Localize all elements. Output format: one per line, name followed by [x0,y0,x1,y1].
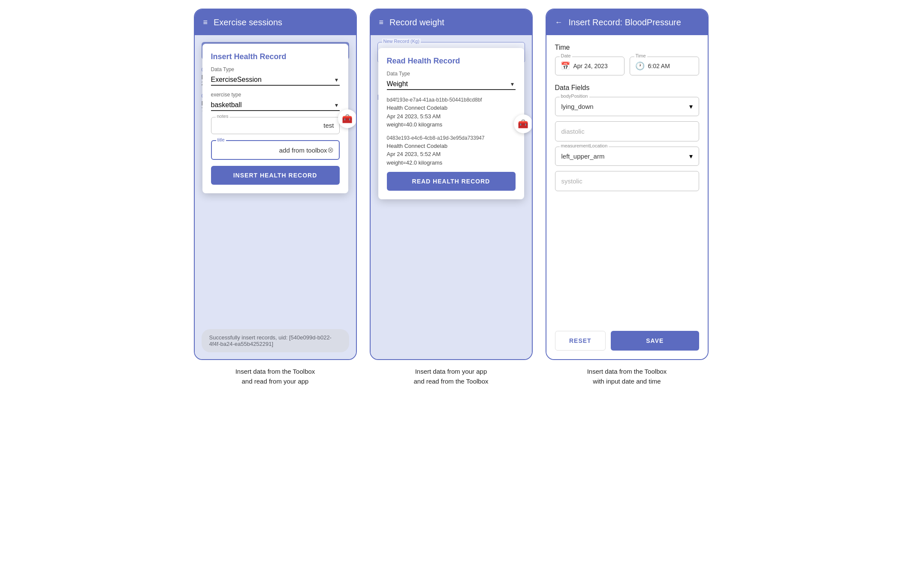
entry-id-2: 0483e193-e4c6-4cb8-a19d-3e95da733947 [387,134,516,142]
body-position-label: bodyPosition [560,93,589,99]
entry-date-2: Apr 24 2023, 5:52 AM [387,150,516,159]
back-icon[interactable]: ← [555,18,563,27]
toolbox-fab-2[interactable]: 🧰 [514,114,532,133]
dialog1-datatype-select-wrap[interactable]: ExerciseSession ▾ [211,74,340,86]
entry-id-1: bd4f193e-e7a4-41aa-b1bb-50441b8cd8bf [387,96,516,104]
screen1-dialog-overlay: Insert Health Record Data Type ExerciseS… [195,35,356,359]
date-label: Date [560,53,572,58]
dialog2-datatype-label: Data Type [387,71,516,77]
dialog1-title-wrap: title ⊗ [211,140,340,160]
dialog1-title: Insert Health Record [211,52,340,61]
dialog1-exercisetype-select[interactable]: basketball [211,99,340,110]
date-time-row: Date 📅 Apr 24, 2023 Time 🕐 6:02 AM [555,57,699,75]
screen2-frame: ≡ Record weight New Record (Kg) Add Prev… [370,9,533,360]
time-section-label: Time [555,44,699,51]
screen1-caption: Insert data from the Toolboxand read fro… [235,367,315,386]
chevron-down-icon-1: ▾ [335,76,338,83]
read-health-record-button[interactable]: READ HEALTH RECORD [387,172,516,191]
reset-button[interactable]: RESET [555,331,606,351]
diastolic-field[interactable]: diastolic [555,121,699,141]
dialog2-title: Read Health Record [387,57,516,66]
systolic-field[interactable]: systolic [555,171,699,191]
screen2-column: ≡ Record weight New Record (Kg) Add Prev… [370,9,533,386]
measurement-entry-1: bd4f193e-e7a4-41aa-b1bb-50441b8cd8bf Hea… [387,96,516,129]
screen1-frame: ≡ Exercise sessions Insert session 04:01… [194,9,357,360]
time-label: Time [634,53,647,58]
screen1-column: ≡ Exercise sessions Insert session 04:01… [194,9,357,386]
screen2-title: Record weight [389,18,444,27]
menu-icon-2[interactable]: ≡ [379,18,384,27]
chevron-down-icon-4: ▾ [689,102,693,111]
dialog1-title-label: title [216,137,226,142]
screen3-frame: ← Insert Record: BloodPressure Time Date… [546,9,709,360]
chevron-down-icon-3: ▾ [511,81,514,87]
calendar-icon: 📅 [561,61,570,71]
clock-icon: 🕐 [635,61,645,71]
measurement-location-field[interactable]: measurementLocation left_upper_arm ▾ [555,147,699,166]
screen2-header: ≡ Record weight [371,9,532,35]
dialog2-datatype-select-wrap[interactable]: Weight ▾ [387,78,516,90]
time-value: 6:02 AM [648,63,670,69]
screen2-caption: Insert data from your appand read from t… [413,367,488,386]
screen2-body: New Record (Kg) Add Previous Measurement… [371,35,532,359]
screen2-dialog-overlay: Read Health Record Data Type Weight ▾ bd… [371,35,532,359]
time-field[interactable]: Time 🕐 6:02 AM [630,57,699,75]
screen1-title: Exercise sessions [214,18,282,27]
screen3-column: ← Insert Record: BloodPressure Time Date… [546,9,709,386]
date-value: Apr 24, 2023 [573,63,608,69]
chevron-down-icon-5: ▾ [689,152,693,160]
dialog1-notes-wrap: notes [211,117,340,134]
measurement-entry-2: 0483e193-e4c6-4cb8-a19d-3e95da733947 Hea… [387,134,516,167]
dialog1-datatype-label: Data Type [211,66,340,72]
chevron-down-icon-2: ▾ [335,102,338,108]
screen1-body: Insert session 04:01:09 - 04:31:09 My Ru… [195,35,356,359]
measurement-location-label: measurementLocation [560,143,609,148]
dialog1-datatype-select[interactable]: ExerciseSession [211,74,340,85]
dialog1-notes-input[interactable] [217,122,334,129]
dialog1-notes-label: notes [216,114,230,119]
data-fields-label: Data Fields [555,84,699,92]
toolbox-fab-1[interactable]: 🧰 [338,109,356,128]
dialog1-exercisetype-select-wrap[interactable]: basketball ▾ [211,99,340,111]
dialog2-datatype-select[interactable]: Weight [387,78,516,89]
body-position-value: lying_down [561,103,594,110]
dialog1-exercisetype-label: exercise type [211,92,340,98]
entry-value-2: weight=42.0 kilograms [387,159,516,167]
entry-value-1: weight=40.0 kilograms [387,120,516,129]
screen3-body: Time Date 📅 Apr 24, 2023 Time 🕐 6:02 AM … [546,35,708,359]
clear-icon[interactable]: ⊗ [327,145,334,155]
screen1-dialog-wrapper: Insert Health Record Data Type ExerciseS… [202,44,348,193]
screen2-dialog-wrapper: Read Health Record Data Type Weight ▾ bd… [378,48,524,199]
screen3-header: ← Insert Record: BloodPressure [546,9,708,35]
measurement-location-value: left_upper_arm [561,153,605,160]
insert-health-record-button[interactable]: INSERT HEALTH RECORD [211,166,340,185]
page-container: ≡ Exercise sessions Insert session 04:01… [194,9,709,386]
screen1-header: ≡ Exercise sessions [195,9,356,35]
insert-health-record-dialog: Insert Health Record Data Type ExerciseS… [202,44,348,193]
read-health-record-dialog: Read Health Record Data Type Weight ▾ bd… [378,48,524,199]
entry-source-2: Health Connect Codelab [387,142,516,150]
screen3-caption: Insert data from the Toolboxwith input d… [587,367,667,386]
bottom-actions: RESET SAVE [555,331,699,351]
date-field[interactable]: Date 📅 Apr 24, 2023 [555,57,624,75]
dialog1-title-input[interactable] [217,147,327,154]
menu-icon[interactable]: ≡ [203,18,208,27]
entry-date-1: Apr 24 2023, 5:53 AM [387,112,516,121]
screen3-title: Insert Record: BloodPressure [569,18,681,27]
entry-source-1: Health Connect Codelab [387,104,516,112]
save-button[interactable]: SAVE [611,331,699,351]
body-position-field[interactable]: bodyPosition lying_down ▾ [555,97,699,116]
